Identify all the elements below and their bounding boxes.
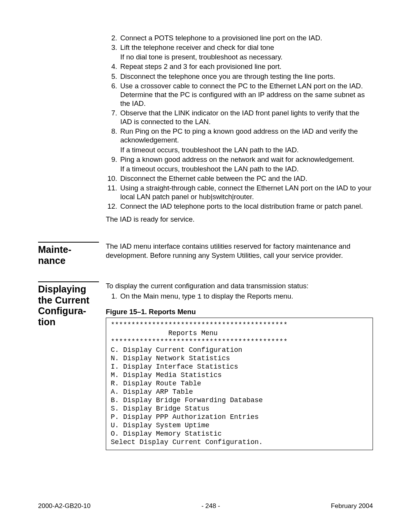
maintenance-body: The IAD menu interface contains utilitie…: [99, 242, 373, 259]
footer-right: February 2004: [331, 502, 373, 510]
procedure-list: 2.Connect a POTS telephone to a provisio…: [106, 34, 373, 211]
step-text: Lift the telephone receiver and check fo…: [120, 43, 373, 52]
step-subtext: If a timeout occurs, troubleshoot the LA…: [120, 145, 373, 154]
step-number: 11.: [106, 184, 120, 201]
step-number: 1.: [106, 292, 120, 301]
step-number: 3.: [106, 43, 120, 52]
step-text: Run Ping on the PC to ping a known good …: [120, 127, 373, 144]
sidehead-displaying: Displaying the Current Configura- tion: [38, 281, 99, 328]
step-text: Ping a known good address on the network…: [120, 155, 373, 164]
list-item: 10.Disconnect the Ethernet cable between…: [106, 174, 373, 183]
list-item: 4.Repeat steps 2 and 3 for each provisio…: [106, 62, 373, 71]
step-number: 2.: [106, 34, 120, 42]
step-text: On the Main menu, type 1 to display the …: [120, 292, 373, 301]
step-number: 5.: [106, 72, 120, 81]
figure-box-reports-menu: ****************************************…: [106, 318, 373, 450]
displaying-intro: To display the current configuration and…: [106, 281, 373, 290]
page-content: 2.Connect a POTS telephone to a provisio…: [38, 34, 373, 450]
step-number: 7.: [106, 109, 120, 126]
step-text: Repeat steps 2 and 3 for each provisione…: [120, 62, 373, 71]
step-number: 10.: [106, 174, 120, 183]
page: 2.Connect a POTS telephone to a provisio…: [0, 0, 411, 532]
list-item: 3.Lift the telephone receiver and check …: [106, 43, 373, 52]
step-text: Observe that the LINK indicator on the I…: [120, 109, 373, 126]
figure-caption: Figure 15–1. Reports Menu: [106, 307, 373, 316]
list-item: 8.Run Ping on the PC to ping a known goo…: [106, 127, 373, 144]
step-text-mono: 1: [198, 293, 202, 301]
step-number: 6.: [106, 81, 120, 108]
step-text: Use a crossover cable to connect the PC …: [120, 81, 373, 108]
list-item: 5.Disconnect the telephone once you are …: [106, 72, 373, 81]
step-text: Using a straight-through cable, connect …: [120, 184, 373, 201]
list-item: 12.Connect the IAD telephone ports to th…: [106, 202, 373, 211]
list-item: 7.Observe that the LINK indicator on the…: [106, 109, 373, 126]
step-text: Disconnect the telephone once you are th…: [120, 72, 373, 81]
step-number: 9.: [106, 155, 120, 164]
displaying-body: To display the current configuration and…: [99, 281, 373, 450]
step-text-pre: On the Main menu, type: [120, 292, 198, 300]
step-text-post: to display the Reports menu.: [202, 292, 293, 300]
list-item: 11.Using a straight-through cable, conne…: [106, 184, 373, 201]
sidehead-maintenance: Mainte- nance: [38, 242, 99, 266]
footer-center: - 248 -: [201, 502, 220, 510]
section-maintenance: Mainte- nance The IAD menu interface con…: [38, 242, 373, 266]
step-number: 4.: [106, 62, 120, 71]
step-text: Disconnect the Ethernet cable between th…: [120, 174, 373, 183]
page-footer: 2000-A2-GB20-10 - 248 - February 2004: [38, 502, 373, 510]
list-item: 6.Use a crossover cable to connect the P…: [106, 81, 373, 108]
step-text: Connect the IAD telephone ports to the l…: [120, 202, 373, 211]
list-item: 2.Connect a POTS telephone to a provisio…: [106, 34, 373, 42]
step-text: Connect a POTS telephone to a provisione…: [120, 34, 373, 42]
step-number: 12.: [106, 202, 120, 211]
step-number: 8.: [106, 127, 120, 144]
displaying-step-1: 1. On the Main menu, type 1 to display t…: [106, 292, 373, 301]
footer-left: 2000-A2-GB20-10: [38, 502, 91, 510]
step-subtext: If a timeout occurs, troubleshoot the LA…: [120, 165, 373, 173]
step-subtext: If no dial tone is present, troubleshoot…: [120, 53, 373, 61]
closing-text: The IAD is ready for service.: [106, 215, 373, 224]
section-displaying: Displaying the Current Configura- tion T…: [38, 281, 373, 450]
list-item: 9.Ping a known good address on the netwo…: [106, 155, 373, 164]
